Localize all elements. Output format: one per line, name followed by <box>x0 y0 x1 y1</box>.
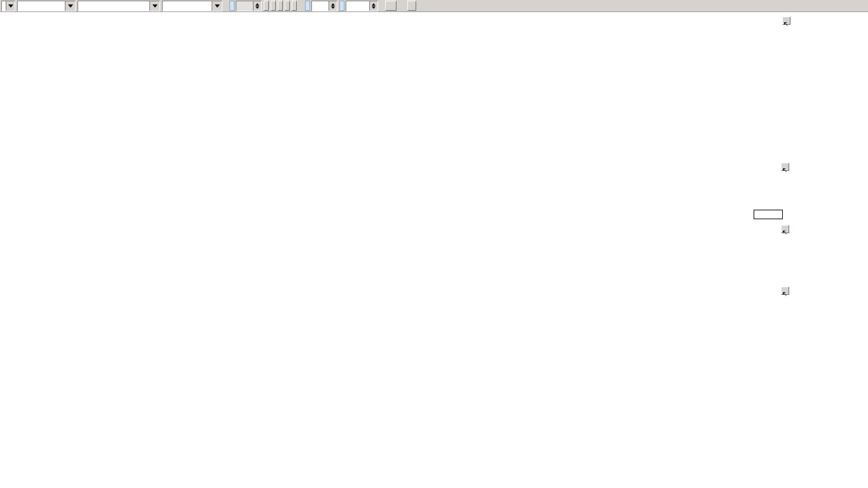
contract-month-dropdown-value <box>163 1 212 11</box>
apply-button[interactable] <box>385 1 397 11</box>
resize-arrow-icon <box>783 21 789 27</box>
bar-count-label[interactable] <box>339 1 344 11</box>
daily-button[interactable] <box>264 1 269 11</box>
interval-spinner-value <box>236 1 253 11</box>
minute-mode-toggle[interactable] <box>305 1 310 11</box>
weekly-button[interactable] <box>271 1 276 11</box>
chart-area <box>0 0 868 488</box>
toolbar <box>0 0 868 12</box>
bar-count-spinner[interactable] <box>346 1 378 11</box>
dropdown-arrow-icon[interactable] <box>65 1 75 11</box>
down-triangle-icon <box>68 4 73 8</box>
chart-canvas[interactable] <box>0 0 868 365</box>
down-triangle-icon <box>8 4 13 8</box>
category-dropdown-value <box>18 1 65 11</box>
up-triangle-icon <box>372 3 376 6</box>
volume-multiplier-badge <box>754 210 783 219</box>
down-triangle-icon <box>331 6 335 9</box>
tick-button[interactable] <box>292 1 297 11</box>
dropdown-arrow-icon[interactable] <box>149 1 159 11</box>
minute-value-spinner[interactable] <box>311 1 337 11</box>
up-triangle-icon <box>255 3 259 6</box>
minute-value <box>312 1 329 11</box>
category-dropdown[interactable] <box>17 1 76 11</box>
resize-arrow-icon <box>782 167 787 173</box>
price-pane-restore-button[interactable] <box>782 17 790 25</box>
symbol-dropdown-value <box>78 1 149 11</box>
dropdown-arrow-icon[interactable] <box>212 1 222 11</box>
bar-count-value <box>346 1 369 11</box>
interval-spinner[interactable] <box>236 1 262 11</box>
spinner-arrows-icon[interactable] <box>253 1 261 11</box>
resize-arrow-icon <box>782 291 787 297</box>
down-triangle-icon <box>255 6 259 9</box>
down-triangle-icon <box>215 4 220 8</box>
up-triangle-icon <box>331 3 335 6</box>
volume-pane-restore-button[interactable] <box>781 163 789 171</box>
resize-arrow-icon <box>782 229 787 235</box>
down-triangle-icon <box>372 6 376 9</box>
minute-button[interactable] <box>285 1 290 11</box>
down-triangle-icon <box>153 4 158 8</box>
stoch-pane-restore-button[interactable] <box>781 287 789 295</box>
macd-pane-restore-button[interactable] <box>781 225 789 233</box>
bar-type-button[interactable] <box>229 1 234 11</box>
dropdown-arrow-icon[interactable] <box>6 1 15 11</box>
contract-month-dropdown[interactable] <box>162 1 222 11</box>
spinner-arrows-icon[interactable] <box>329 1 337 11</box>
spinner-arrows-icon[interactable] <box>369 1 377 11</box>
multi-symbol-button[interactable] <box>407 1 416 11</box>
symbol-dropdown[interactable] <box>78 1 160 11</box>
monthly-button[interactable] <box>278 1 283 11</box>
mini-dropdown[interactable] <box>1 1 15 11</box>
